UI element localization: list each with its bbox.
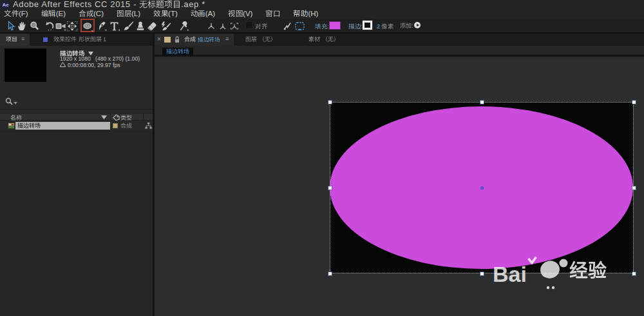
baidu-paw-icon xyxy=(526,254,570,284)
close-panel-icon[interactable]: × xyxy=(157,36,161,43)
menu-edit[interactable]: (E) xyxy=(41,10,66,17)
project-item-row[interactable] xyxy=(0,122,153,130)
handle-top-right[interactable] xyxy=(632,101,636,104)
tab-project-label[interactable] xyxy=(6,36,17,43)
composition-panel: × ≡ xyxy=(155,34,644,316)
stroke-color-swatch[interactable] xyxy=(363,21,372,30)
handle-top-center[interactable] xyxy=(480,101,484,104)
handle-top-left[interactable] xyxy=(328,101,332,104)
item-flowchart-icon xyxy=(145,123,152,129)
handle-mid-left[interactable] xyxy=(328,186,332,190)
handle-mid-right[interactable] xyxy=(632,186,636,190)
rotate-tool-icon[interactable] xyxy=(44,21,55,32)
tool-creates-shape-icon[interactable] xyxy=(283,21,291,32)
column-divider[interactable] xyxy=(110,114,111,120)
composition-panel-tabs: × ≡ xyxy=(155,34,644,46)
comp-panel-menu-icon[interactable]: ≡ xyxy=(225,35,229,42)
composition-item-icon xyxy=(8,123,15,129)
lock-icon[interactable] xyxy=(175,36,180,43)
zoom-tool-icon[interactable] xyxy=(29,21,41,32)
fill-color-swatch[interactable] xyxy=(329,21,341,30)
ae-app-icon: Ae xyxy=(1,1,10,9)
search-icon xyxy=(5,97,14,106)
project-panel-tabs: ≡ 1 xyxy=(0,34,153,46)
stroke-label[interactable]: : xyxy=(348,23,363,30)
title-bar: Ae Adobe After Effects CC 2015 - .aep * xyxy=(0,0,644,9)
view-axis-mode-icon[interactable] xyxy=(230,21,239,32)
after-effects-window: Ae Adobe After Effects CC 2015 - .aep * … xyxy=(0,0,644,316)
search-options-icon[interactable] xyxy=(14,102,17,104)
snap-checkbox[interactable] xyxy=(245,21,253,29)
add-shape-operation-button[interactable] xyxy=(414,22,421,28)
menu-help[interactable]: (H) xyxy=(293,10,318,17)
project-panel-menu-icon[interactable]: ≡ xyxy=(21,35,24,42)
menu-animation[interactable]: (A) xyxy=(191,10,215,17)
menu-view[interactable]: (V) xyxy=(228,10,252,17)
tool-bar: : : 2 : xyxy=(0,19,644,34)
tab-composition-name[interactable] xyxy=(198,36,220,43)
baidu-watermark: Bai xyxy=(493,255,644,284)
menu-window[interactable] xyxy=(265,10,280,17)
selected-item-name-cell[interactable] xyxy=(15,122,110,130)
brush-tool-icon[interactable] xyxy=(122,21,134,32)
snap-label[interactable] xyxy=(255,23,267,30)
effect-controls-panel-icon xyxy=(43,37,48,42)
type-tool-icon[interactable] xyxy=(109,21,120,32)
composition-viewer[interactable]: Bai xyxy=(155,59,644,316)
tab-effect-controls-label[interactable]: 1 xyxy=(53,36,106,43)
comp-duration-text: 0:00:08:00, 29.97 fps xyxy=(68,62,120,68)
project-panel: ≡ 1 1920 x 1080 (480 x 270) (1.00) 0:00:… xyxy=(0,34,153,316)
item-label-color-chip[interactable] xyxy=(113,123,118,128)
item-type xyxy=(120,123,132,129)
project-list-empty-area xyxy=(0,130,153,316)
watermark-bai-text: Bai xyxy=(493,262,527,286)
add-label: : xyxy=(400,23,413,29)
project-preview-thumbnail xyxy=(5,48,46,82)
pan-behind-tool-icon[interactable] xyxy=(66,21,78,32)
window-title: Adobe After Effects CC 2015 - .aep * xyxy=(13,0,205,9)
tab-footage-label[interactable] xyxy=(308,36,339,43)
clone-stamp-tool-icon[interactable] xyxy=(135,21,146,32)
project-table-header xyxy=(0,113,153,121)
hand-tool-icon[interactable] xyxy=(17,21,28,32)
tab-composition-label[interactable] xyxy=(184,36,196,43)
local-axis-mode-icon[interactable] xyxy=(207,21,215,32)
fill-label[interactable]: : xyxy=(315,23,329,30)
project-comp-duration: 0:00:08:00, 29.97 fps xyxy=(60,62,120,68)
stroke-width-value[interactable]: 2 xyxy=(377,23,380,30)
handle-bottom-center[interactable] xyxy=(480,272,484,275)
watermark-jingyan-text xyxy=(569,260,607,281)
world-axis-mode-icon[interactable] xyxy=(219,21,227,32)
tool-creates-mask-icon[interactable] xyxy=(295,21,305,32)
eraser-tool-icon[interactable] xyxy=(146,21,158,32)
anchor-point[interactable] xyxy=(480,186,484,190)
sort-direction-icon[interactable] xyxy=(101,115,107,119)
stroke-width-unit xyxy=(381,23,393,30)
menu-bar: (F) (E) (C) (L) (T) (A) (V) (H) xyxy=(0,9,644,19)
pen-tool-icon[interactable] xyxy=(97,21,108,32)
workspace: ≡ 1 1920 x 1080 (480 x 270) (1.00) 0:00:… xyxy=(0,34,644,316)
label-column-icon[interactable] xyxy=(113,114,120,121)
menu-composition[interactable]: (C) xyxy=(79,10,104,17)
menu-layer[interactable]: (L) xyxy=(117,10,140,17)
watermark-dots xyxy=(546,281,556,284)
roto-brush-tool-icon[interactable] xyxy=(160,21,171,32)
tab-layer-label[interactable] xyxy=(245,36,276,43)
selection-tool-icon[interactable] xyxy=(5,21,17,32)
column-divider-2[interactable] xyxy=(143,114,144,120)
camera-tool-icon[interactable] xyxy=(55,21,66,32)
column-name-header[interactable] xyxy=(10,115,22,121)
project-search-row[interactable] xyxy=(0,94,153,110)
item-name[interactable] xyxy=(17,123,41,129)
project-comp-dimensions: 1920 x 1080 (480 x 270) (1.00) xyxy=(60,55,140,62)
comp-viewer-icon xyxy=(164,37,171,43)
column-type-header[interactable] xyxy=(120,115,132,121)
puppet-pin-tool-icon[interactable] xyxy=(178,21,190,32)
handle-bottom-left[interactable] xyxy=(328,272,332,275)
menu-effect[interactable]: (T) xyxy=(153,10,178,17)
breadcrumb-comp-chip[interactable] xyxy=(162,48,193,55)
menu-file[interactable]: (F) xyxy=(4,10,28,17)
ellipse-tool-icon[interactable] xyxy=(82,21,93,32)
composition-navigator-bar xyxy=(155,46,644,57)
duration-icon xyxy=(60,62,66,67)
